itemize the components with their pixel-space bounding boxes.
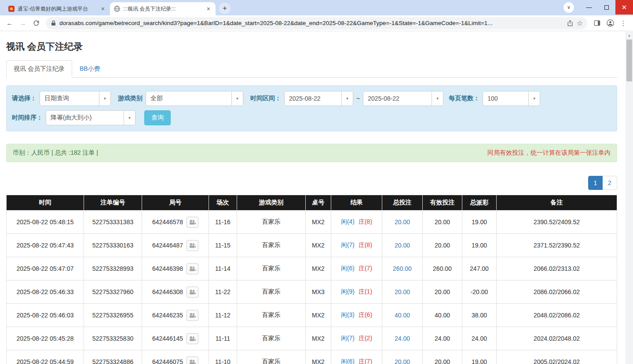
cell-total-bet: 20.00 <box>382 350 423 364</box>
browser-tabstrip: 通宝-信誉最好的网上游戏平台 × :::视讯 会员下注纪录::: × + <box>0 0 231 15</box>
cell-table: MX2 <box>306 234 331 257</box>
summary-notice: 同局有效投注，统一计算在该局第一张注单内 <box>487 149 611 157</box>
minimize-button[interactable]: — <box>580 0 598 15</box>
maximize-button[interactable] <box>598 0 615 15</box>
result-player: 闲(7) <box>341 335 355 342</box>
share-icon[interactable] <box>567 20 573 26</box>
side-panel-icon[interactable] <box>591 17 603 29</box>
address-bar[interactable]: dorasabs.com/game/betrecord_search/kind3… <box>46 17 587 29</box>
tab-search-icon[interactable]: ∨ <box>563 2 574 13</box>
cell-remark: 2390.52/2409.52 <box>497 211 617 234</box>
cell-table: MX2 <box>306 327 331 350</box>
chevron-down-icon: ▼ <box>528 91 540 106</box>
scroll-up-icon[interactable]: ▲ <box>626 32 633 39</box>
bet-records-table: 时间注单编号局号场次游戏类别桌号结果总投注有效投注总派彩备注 2025-08-2… <box>6 195 617 364</box>
cell-table: MX3 <box>306 280 331 304</box>
cell-payout: 38.00 <box>462 304 497 327</box>
result-player: 闲(9) <box>341 288 355 295</box>
table-header-cell: 局号 <box>142 195 209 211</box>
tab-bb-tips[interactable]: BB小费 <box>72 60 108 78</box>
table-header-cell: 桌号 <box>306 195 331 211</box>
total-bet-link[interactable]: 260.00 <box>393 265 412 272</box>
cell-round: 642446308 <box>142 280 209 304</box>
video-icon <box>189 336 196 342</box>
cell-bet-id: 522753326955 <box>84 304 142 327</box>
cell-remark: 2066.02/2313.02 <box>497 257 617 280</box>
cell-result: 闲(6) 庄(7) <box>331 257 382 280</box>
query-button[interactable]: 查询 <box>144 110 171 125</box>
cell-round: 642446578 <box>142 211 209 234</box>
cell-round: 642446075 <box>142 350 209 364</box>
replay-button[interactable] <box>187 240 198 251</box>
total-bet-link[interactable]: 40.00 <box>395 312 410 319</box>
result-banker: 庄(7) <box>359 265 372 272</box>
cell-time: 2025-08-22 05:47:43 <box>7 234 84 257</box>
page-button-2[interactable]: 2 <box>603 176 617 190</box>
date-start-select[interactable]: 2025-08-22 ▼ <box>284 91 353 106</box>
cell-time: 2025-08-22 05:46:03 <box>7 304 84 327</box>
table-row: 2025-08-22 05:46:03 522753326955 6424462… <box>7 304 617 327</box>
table-row: 2025-08-22 05:44:59 522753324886 6424460… <box>7 350 617 364</box>
cell-time: 2025-08-22 05:47:07 <box>7 257 84 280</box>
forward-icon[interactable]: → <box>17 17 29 29</box>
cell-game: 百家乐 <box>237 304 306 327</box>
round-number: 642446075 <box>152 358 183 364</box>
date-end-select[interactable]: 2025-08-22 ▼ <box>363 91 443 106</box>
cell-game: 百家乐 <box>237 211 306 234</box>
table-row: 2025-08-22 05:46:33 522753327960 6424463… <box>7 280 617 304</box>
table-header-cell: 总投注 <box>382 195 423 211</box>
new-tab-button[interactable]: + <box>219 3 231 14</box>
bet-table-body: 2025-08-22 05:48:15 522753331383 6424465… <box>7 211 617 364</box>
cell-payout: -20.00 <box>462 280 497 304</box>
cell-remark: 2371.52/2390.52 <box>497 234 617 257</box>
date-end-value: 2025-08-22 <box>363 91 432 106</box>
reload-icon[interactable] <box>30 17 42 29</box>
back-icon[interactable]: ← <box>4 17 16 29</box>
total-bet-link[interactable]: 20.00 <box>395 358 410 364</box>
replay-button[interactable] <box>187 310 198 321</box>
page-size-select[interactable]: 100 ▼ <box>483 91 540 106</box>
cell-total-bet: 20.00 <box>382 280 423 304</box>
page-size-value: 100 <box>483 91 528 106</box>
query-type-select[interactable]: 日期查询 ▼ <box>40 91 111 106</box>
replay-button[interactable] <box>187 357 198 364</box>
cell-valid-bet: 20.00 <box>423 234 462 257</box>
replay-button[interactable] <box>187 217 198 228</box>
table-row: 2025-08-22 05:48:15 522753331383 6424465… <box>7 211 617 234</box>
lock-icon[interactable] <box>51 20 56 26</box>
replay-button[interactable] <box>187 287 198 298</box>
total-bet-link[interactable]: 20.00 <box>395 242 410 249</box>
bookmark-star-icon[interactable]: ☆ <box>577 19 583 27</box>
summary-currency-total: 币别：人民币 | 总共 :182 注单 | <box>13 149 98 157</box>
profile-avatar-icon[interactable] <box>604 17 616 29</box>
scrollbar-thumb[interactable] <box>626 40 632 81</box>
game-type-select[interactable]: 全部 ▼ <box>146 91 243 106</box>
total-bet-link[interactable]: 20.00 <box>395 218 410 226</box>
page-scrollbar[interactable]: ▲ <box>626 32 633 364</box>
sort-select[interactable]: 降幂(由大到小) ▼ <box>46 110 135 125</box>
browser-tab-2-active[interactable]: :::视讯 会员下注纪录::: × <box>110 2 216 15</box>
total-bet-link[interactable]: 24.00 <box>395 335 410 342</box>
cell-total-bet: 260.00 <box>382 257 423 280</box>
cell-round: 642446235 <box>142 304 209 327</box>
result-banker: 庄(8) <box>359 241 372 248</box>
cell-valid-bet: 20.00 <box>423 280 462 304</box>
tab-close-icon[interactable]: × <box>100 5 106 12</box>
page-button-1[interactable]: 1 <box>588 176 603 190</box>
cell-total-bet: 24.00 <box>382 327 423 350</box>
url-text[interactable]: dorasabs.com/game/betrecord_search/kind3… <box>59 20 563 26</box>
replay-button[interactable] <box>187 263 198 274</box>
range-separator: ~ <box>356 95 360 102</box>
browser-tab-1[interactable]: 通宝-信誉最好的网上游戏平台 × <box>4 2 110 15</box>
replay-button[interactable] <box>187 333 198 344</box>
total-bet-link[interactable]: 20.00 <box>395 288 410 295</box>
tab-bet-records[interactable]: 视讯 会员下注纪录 <box>6 60 72 78</box>
round-number: 642446487 <box>152 242 183 249</box>
menu-kebab-icon[interactable]: ⋮ <box>617 17 629 29</box>
tab-close-icon[interactable]: × <box>205 5 212 12</box>
chevron-down-icon: ▼ <box>124 111 135 125</box>
close-button[interactable]: ✕ <box>615 0 633 15</box>
video-icon <box>189 266 196 272</box>
video-icon <box>189 243 196 248</box>
video-icon <box>189 219 196 225</box>
